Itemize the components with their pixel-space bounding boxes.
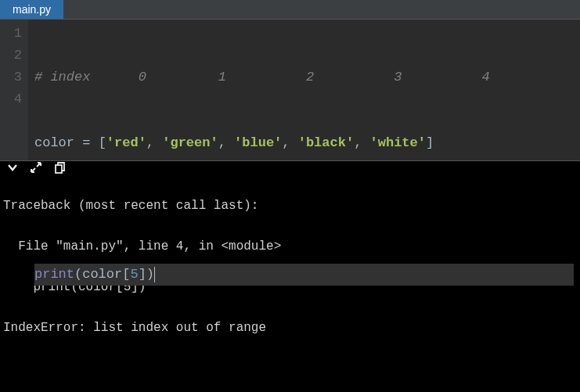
text-cursor xyxy=(154,267,155,282)
line-number: 4 xyxy=(9,88,22,110)
code-line: # index 0 1 2 3 4 xyxy=(34,67,574,88)
code-editor[interactable]: 1 2 3 4 # index 0 1 2 3 4 color = ['red'… xyxy=(0,20,580,160)
line-number: 1 xyxy=(9,23,22,45)
code-line xyxy=(34,198,574,220)
tab-main-py[interactable]: main.py xyxy=(0,0,63,19)
code-line: print(color[5]) xyxy=(34,264,574,286)
line-number: 2 xyxy=(9,45,22,67)
line-gutter: 1 2 3 4 xyxy=(0,20,28,160)
line-number: 3 xyxy=(9,67,22,88)
tab-bar: main.py xyxy=(0,0,580,20)
chevron-down-icon[interactable] xyxy=(6,161,19,174)
code-line: color = ['red', 'green', 'blue', 'black'… xyxy=(34,132,574,154)
code-area[interactable]: # index 0 1 2 3 4 color = ['red', 'green… xyxy=(28,20,580,160)
